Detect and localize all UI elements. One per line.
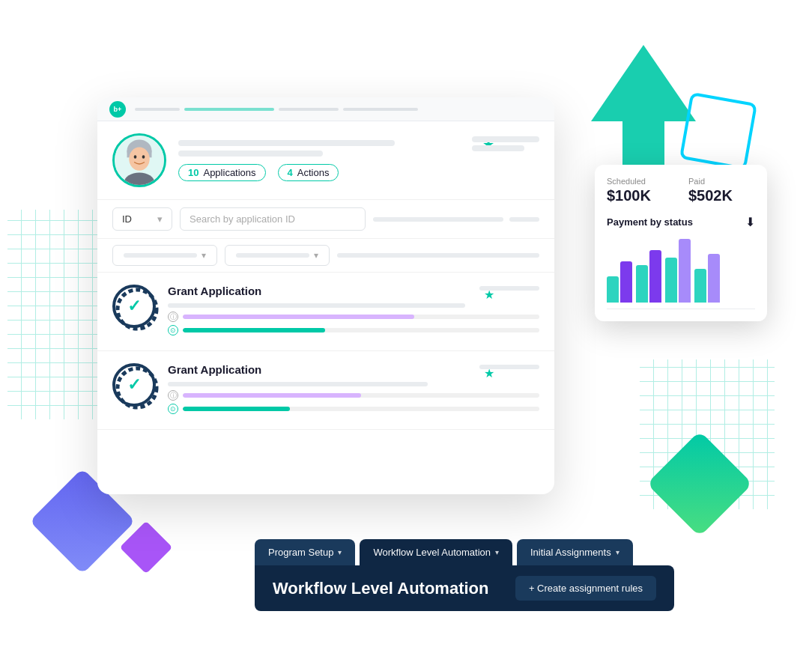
bar-group-1 [607,261,632,303]
grant-right-lines-2 [479,365,539,369]
grant-right-line-2a [479,365,539,369]
app-topbar: b+ [97,97,554,121]
topbar-bar-4 [343,108,418,111]
progress-bar-1a [183,315,539,319]
tab-initial-assignments[interactable]: Initial Assignments ▾ [517,539,633,565]
bar-4-teal [694,269,706,303]
progress-fill-2b [183,407,290,411]
tab-workflow-automation-chevron: ▾ [495,548,499,556]
profile-sub-line [178,151,323,157]
filter-line-1 [373,217,503,222]
filter-pill-2[interactable]: ▾ [225,245,330,266]
progress-bar-1b [183,328,539,332]
grant-subrow-2b: ⊙ [168,404,539,414]
profile-right-line-1 [472,136,539,142]
toolbar-heading: Workflow Level Automation [273,579,488,598]
bar-chart [607,238,755,306]
topbar-bar-3 [279,108,339,111]
info-dot-1b: ⊙ [168,325,178,335]
filter-extra-lines [373,217,539,222]
svg-point-5 [142,155,145,159]
scheduled-stat: Scheduled $100K [607,177,673,204]
bar-group-2 [636,250,661,303]
filter-row-1: ID ▾ Search by application ID [97,200,554,239]
grant-subrow-1a: ⓘ [168,312,539,322]
grant-check-2: ✓ [127,375,141,395]
payment-title: Payment by status [607,216,693,228]
topbar-lines [135,108,542,111]
payment-header: Scheduled $100K Paid $502K [607,177,755,204]
filter-row2-extra [337,245,539,266]
profile-name-line [178,140,395,146]
tab-program-setup[interactable]: Program Setup ▾ [255,539,355,565]
filter-pill-1-chevron: ▾ [202,250,206,261]
bar-group-3 [665,239,691,303]
topbar-bar-2 [184,108,274,111]
progress-bar-2a [183,393,539,398]
svg-point-4 [134,155,137,159]
info-dot-2b: ⊙ [168,404,178,414]
bar-3-teal [665,258,677,303]
tab-program-setup-chevron: ▾ [338,548,342,556]
payment-title-row: Payment by status ⬇ [607,215,755,229]
scheduled-label: Scheduled [607,177,673,186]
info-dot-2a: ⓘ [168,390,178,401]
progress-fill-2a [183,393,361,398]
id-filter-select[interactable]: ID ▾ [112,207,172,231]
topbar-bar-1 [135,108,180,111]
tab-initial-assignments-chevron: ▾ [616,548,619,556]
bar-3-purple [679,239,691,303]
filter-pill-1[interactable]: ▾ [112,245,217,266]
bar-1-teal [607,276,619,303]
progress-fill-1a [183,315,414,319]
filter-pill-1-line [124,253,197,258]
bar-2-teal [636,265,648,303]
grant-subrow-1b: ⊙ [168,325,539,335]
search-input[interactable]: Search by application ID [180,207,366,231]
chart-baseline [607,309,755,309]
tab-workflow-automation[interactable]: Workflow Level Automation ▾ [360,539,512,565]
payment-card: Scheduled $100K Paid $502K Payment by st… [595,165,767,321]
filter-row2-line [337,253,539,258]
profile-right-line-2 [472,145,524,151]
scheduled-value: $100K [607,187,673,204]
paid-stat: Paid $502K [688,177,755,204]
grant-line-2a [168,382,428,386]
grant-right-line-1a [479,286,539,291]
bar-1-purple [620,261,632,303]
filter-row-2: ▾ ▾ [97,239,554,273]
filter-pill-2-line [236,253,309,258]
profile-section: 10 Applications 4 Actions ★ [97,121,554,200]
grant-row-2: ✓ Grant Application ⓘ ⊙ ★ [97,351,554,430]
grant-right-lines-1 [479,286,539,291]
svg-point-3 [129,148,150,171]
bottom-toolbar: Program Setup ▾ Workflow Level Automatio… [255,539,674,611]
badge-applications[interactable]: 10 Applications [178,164,266,181]
grant-seal-2: ✓ [112,363,156,407]
grant-check-1: ✓ [127,297,141,316]
cyan-square-decor [679,92,757,170]
bar-group-4 [694,254,720,303]
progress-bar-2b [183,407,539,411]
profile-badges: 10 Applications 4 Actions [178,164,539,181]
app-logo: b+ [109,101,126,118]
grant-subrow-2a: ⓘ [168,390,539,401]
filter-pill-2-chevron: ▾ [314,250,318,261]
paid-value: $502K [688,187,755,204]
grant-row-1: ✓ Grant Application ⓘ ⊙ ★ [97,273,554,351]
grant-seal-1: ✓ [112,285,156,328]
avatar-image [115,133,164,187]
app-card: b+ [97,97,554,494]
bar-4-purple [708,254,720,303]
grant-line-1a [168,303,465,308]
badge-actions[interactable]: 4 Actions [278,164,339,181]
info-dot-1a: ⓘ [168,312,178,322]
profile-right-lines [472,136,539,151]
create-assignment-rules-button[interactable]: + Create assignment rules [515,576,656,601]
download-icon[interactable]: ⬇ [745,215,755,229]
id-filter-chevron: ▾ [157,213,163,225]
paid-label: Paid [688,177,755,186]
toolbar-tabs: Program Setup ▾ Workflow Level Automatio… [255,539,674,565]
bar-2-purple [649,250,661,303]
toolbar-main: Workflow Level Automation + Create assig… [255,565,674,611]
